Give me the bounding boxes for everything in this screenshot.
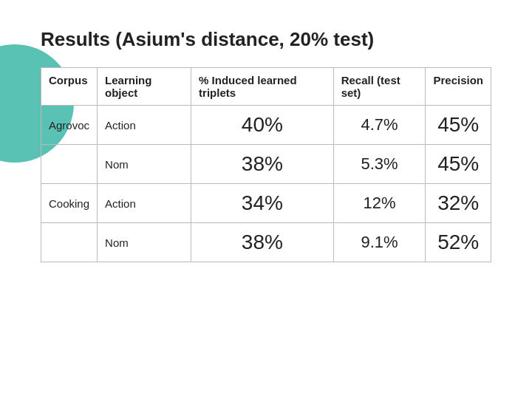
cell-learning-object: Nom [98,145,191,184]
cell-recall: 4.7% [333,106,426,145]
cell-induced: 38% [191,223,334,262]
table-row: Nom38%5.3%45% [41,145,491,184]
table-row: Nom38%9.1%52% [41,223,491,262]
page-title: Results (Asium's distance, 20% test) [41,28,491,51]
cell-corpus: Agrovoc [41,106,98,145]
cell-recall: 12% [333,184,426,223]
cell-precision: 45% [426,145,491,184]
results-table: Corpus Learning object % Induced learned… [41,67,491,262]
cell-corpus [41,145,98,184]
col-header-corpus: Corpus [41,68,98,106]
col-header-learning-object: Learning object [98,68,191,106]
col-header-recall: Recall (test set) [333,68,426,106]
cell-precision: 45% [426,106,491,145]
cell-learning-object: Action [98,184,191,223]
cell-recall: 9.1% [333,223,426,262]
cell-precision: 32% [426,184,491,223]
col-header-induced: % Induced learned triplets [191,68,334,106]
cell-induced: 38% [191,145,334,184]
cell-recall: 5.3% [333,145,426,184]
cell-corpus: Cooking [41,184,98,223]
cell-learning-object: Action [98,106,191,145]
cell-induced: 34% [191,184,334,223]
cell-induced: 40% [191,106,334,145]
col-header-precision: Precision [426,68,491,106]
table-row: AgrovocAction40%4.7%45% [41,106,491,145]
cell-learning-object: Nom [98,223,191,262]
table-row: CookingAction34%12%32% [41,184,491,223]
cell-precision: 52% [426,223,491,262]
cell-corpus [41,223,98,262]
